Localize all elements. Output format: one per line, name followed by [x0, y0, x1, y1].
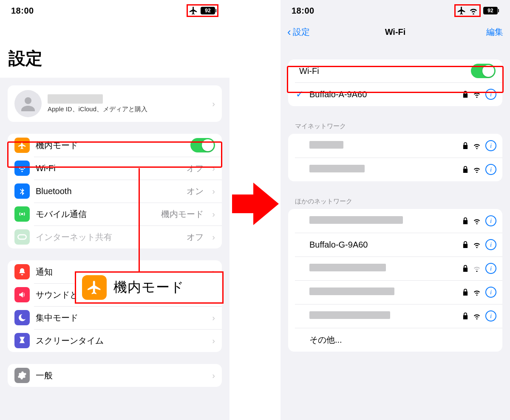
hotspot-icon [14, 229, 30, 245]
lock-icon [462, 289, 468, 296]
status-time: 18:00 [292, 6, 314, 16]
other-networks-group: i Buffalo-G-9A60 i i [288, 209, 502, 352]
wifi-toggle[interactable] [471, 64, 496, 78]
airplane-icon [189, 6, 198, 15]
general-row[interactable]: 一般 › [8, 364, 222, 387]
gear-icon [14, 368, 30, 383]
transition-arrow-icon [232, 183, 279, 225]
chevron-right-icon: › [212, 209, 215, 219]
lock-icon [462, 166, 468, 173]
network-row[interactable]: i [288, 209, 502, 233]
network-name-censored [309, 264, 386, 271]
nav-bar: ‹ 設定 Wi-Fi 編集 [280, 21, 510, 42]
callout-connector [139, 168, 140, 273]
info-button[interactable]: i [485, 263, 496, 274]
info-button[interactable]: i [485, 89, 496, 100]
airplane-callout: 機内モード [75, 271, 224, 304]
apple-id-row[interactable]: Apple ID、iCloud、メディアと購入 › [8, 85, 222, 122]
airplane-icon [14, 138, 30, 153]
chevron-right-icon: › [212, 336, 215, 346]
apple-id-subtitle: Apple ID、iCloud、メディアと購入 [48, 105, 204, 113]
info-button[interactable]: i [485, 287, 496, 298]
wifi-icon [469, 7, 478, 14]
status-bar: 18:00 92 [0, 0, 230, 21]
wifi-weak-icon [473, 265, 481, 272]
wifi-toggle-row[interactable]: Wi-Fi [288, 59, 502, 82]
phone-right-wifi: 18:00 92 ‹ 設定 Wi-Fi 編集 Wi [280, 0, 510, 420]
info-button[interactable]: i [485, 239, 496, 250]
bell-icon [14, 264, 30, 279]
airplane-mode-row[interactable]: 機内モード [8, 134, 222, 157]
network-name-censored [309, 165, 365, 172]
general-label: 一般 [36, 370, 204, 381]
status-icons-highlight [454, 4, 481, 17]
info-button[interactable]: i [485, 164, 496, 175]
network-row[interactable]: i [288, 257, 502, 280]
battery-indicator: 92 [483, 7, 499, 14]
network-row[interactable]: i [288, 158, 502, 181]
bt-label: Bluetooth [36, 186, 181, 196]
wifi-icon [473, 91, 481, 98]
screentime-row[interactable]: スクリーンタイム › [8, 329, 222, 352]
focus-label: 集中モード [36, 312, 204, 324]
wifi-row[interactable]: Wi-Fi オフ › [8, 157, 222, 180]
info-button[interactable]: i [485, 310, 496, 321]
network-name-censored [309, 288, 394, 295]
wifi-toggle-label: Wi-Fi [295, 66, 465, 76]
cell-label: モバイル通信 [36, 209, 155, 220]
wifi-icon [473, 313, 481, 319]
network-row[interactable]: i [288, 280, 502, 304]
wifi-icon [14, 161, 30, 176]
battery-indicator: 92 [201, 7, 216, 14]
other-networks-header: ほかのネットワーク [280, 193, 510, 209]
apple-id-name-censored [48, 94, 103, 104]
hotspot-value: オフ [187, 231, 204, 243]
cellular-icon [14, 206, 30, 222]
network-name-censored [309, 141, 343, 149]
cellular-row[interactable]: モバイル通信 機内モード › [8, 203, 222, 226]
wifi-icon [473, 142, 481, 149]
avatar-icon [14, 90, 42, 117]
wifi-label: Wi-Fi [36, 163, 181, 173]
chevron-right-icon: › [212, 163, 215, 173]
apple-id-group: Apple ID、iCloud、メディアと購入 › [8, 85, 222, 122]
info-button[interactable]: i [485, 140, 496, 151]
wifi-icon [473, 217, 481, 224]
general-group: 一般 › [8, 364, 222, 387]
moon-icon [14, 310, 30, 325]
wifi-toggle-group: Wi-Fi ✓ Buffalo-A-9A60 i [288, 59, 502, 106]
network-row[interactable]: i [288, 304, 502, 328]
network-name-censored [309, 216, 403, 224]
callout-label: 機内モード [113, 278, 184, 297]
lock-icon [462, 91, 468, 98]
focus-row[interactable]: 集中モード › [8, 306, 222, 329]
chevron-right-icon: › [212, 99, 215, 109]
chevron-right-icon: › [212, 232, 215, 242]
screentime-label: スクリーンタイム [36, 335, 204, 347]
network-row[interactable]: i [288, 134, 502, 158]
connected-network-row[interactable]: ✓ Buffalo-A-9A60 i [288, 82, 502, 106]
wifi-icon [473, 241, 481, 248]
lock-icon [462, 217, 468, 224]
battery-level: 92 [483, 7, 498, 14]
bt-value: オン [187, 186, 204, 197]
lock-icon [462, 265, 468, 272]
wifi-icon [473, 166, 481, 173]
my-networks-group: i i [288, 134, 502, 181]
my-networks-header: マイネットワーク [280, 118, 510, 134]
phone-left-settings: 18:00 92 設定 Apple ID、iCloud、メディアと購入 [0, 0, 230, 420]
network-name-censored [309, 311, 390, 319]
info-button[interactable]: i [485, 215, 496, 226]
airplane-icon [82, 275, 107, 300]
airplane-toggle[interactable] [190, 138, 215, 152]
airplane-icon [457, 6, 466, 15]
bluetooth-row[interactable]: Bluetooth オン › [8, 180, 222, 203]
airplane-label: 機内モード [36, 140, 184, 151]
other-network-row[interactable]: その他... [288, 328, 502, 352]
lock-icon [462, 241, 468, 248]
battery-level: 92 [201, 7, 215, 14]
hotspot-label: インターネット共有 [36, 231, 181, 243]
network-row[interactable]: Buffalo-G-9A60 i [288, 233, 502, 257]
svg-point-0 [25, 97, 31, 104]
hotspot-row[interactable]: インターネット共有 オフ › [8, 226, 222, 248]
